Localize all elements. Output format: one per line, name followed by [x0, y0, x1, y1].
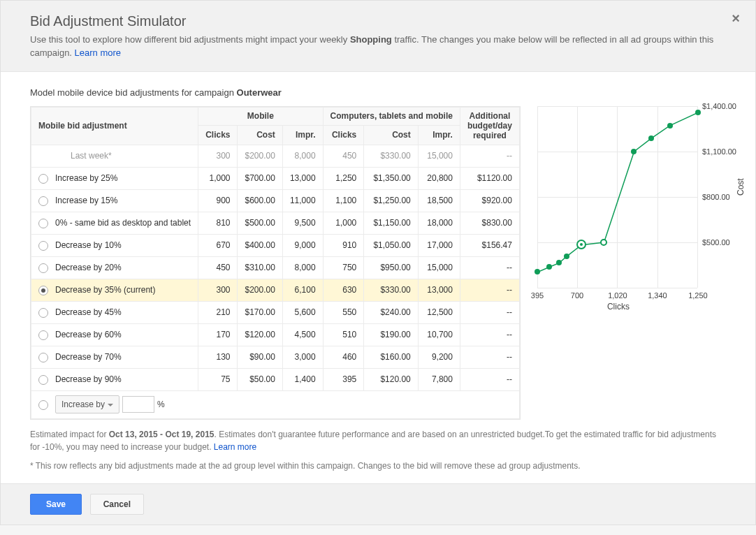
col-group-mobile: Mobile [198, 107, 323, 125]
dialog-actions: Save Cancel [1, 483, 755, 525]
radio-option[interactable] [38, 375, 48, 385]
radio-option[interactable] [38, 219, 48, 228]
x-tick: 1,340 [648, 291, 667, 300]
cell-m-clicks: 210 [198, 301, 238, 323]
radio-option[interactable] [38, 400, 48, 410]
table-row[interactable]: Last week*300$200.008,000450$330.0015,00… [31, 145, 520, 167]
cell-m-impr: 8,000 [282, 145, 323, 167]
chart-plot-area [537, 106, 698, 288]
chart-point[interactable] [667, 123, 673, 129]
dropdown-label: Increase by [61, 400, 105, 409]
footnote-lastweek: * This row reflects any bid adjustments … [30, 460, 726, 473]
percent-label: % [157, 400, 165, 409]
table-row[interactable]: Decrease by 90%75$50.001,400395$120.007,… [31, 368, 520, 390]
cell-m-impr: 8,000 [282, 256, 323, 279]
chart-point[interactable] [556, 260, 562, 265]
table-row[interactable]: Increase by 15%900$600.0011,0001,100$1,2… [31, 189, 520, 212]
chart-point[interactable] [564, 254, 569, 259]
chart-point[interactable] [576, 240, 586, 249]
y-tick: $1,100.00 [702, 147, 736, 156]
cell-m-cost: $200.00 [238, 145, 282, 167]
col-a-impr: Impr. [418, 125, 460, 145]
table-row[interactable]: Decrease by 70%130$90.003,000460$160.009… [31, 346, 520, 368]
chart-point[interactable] [648, 135, 654, 141]
cell-a-clicks: 1,100 [323, 189, 364, 212]
radio-option[interactable] [38, 353, 48, 362]
table-row[interactable]: Decrease by 10%670$400.009,000910$1,050.… [31, 234, 520, 256]
custom-direction-dropdown[interactable]: Increase by [55, 395, 119, 413]
cell-a-cost: $1,250.00 [364, 189, 419, 212]
cell-a-impr: 18,500 [418, 189, 460, 212]
table-row[interactable]: Increase by 25%1,000$700.0013,0001,250$1… [31, 167, 520, 189]
row-label: Increase by 25% [55, 167, 198, 189]
table-row[interactable]: Decrease by 45%210$170.005,600550$240.00… [31, 301, 520, 323]
cell-a-impr: 18,000 [418, 212, 460, 234]
cell-a-clicks: 460 [323, 346, 364, 368]
cell-a-clicks: 910 [323, 234, 364, 256]
cell-m-impr: 6,100 [282, 279, 323, 301]
cell-m-clicks: 300 [198, 279, 238, 301]
radio-option[interactable] [38, 241, 48, 251]
chart-point[interactable] [600, 239, 607, 246]
cell-m-cost: $200.00 [238, 279, 282, 301]
cell-a-clicks: 395 [323, 368, 364, 390]
close-icon[interactable]: × [732, 10, 740, 27]
cell-a-cost: $190.00 [364, 323, 419, 346]
cancel-button[interactable]: Cancel [90, 494, 144, 515]
cell-m-clicks: 300 [198, 145, 238, 167]
cell-a-impr: 12,500 [418, 301, 460, 323]
x-tick: 395 [531, 291, 544, 300]
table-row[interactable]: Decrease by 20%450$310.008,000750$950.00… [31, 256, 520, 279]
cell-m-impr: 9,500 [282, 212, 323, 234]
radio-option[interactable] [38, 286, 48, 295]
cell-a-clicks: 630 [323, 279, 364, 301]
subheading: Model mobile device bid adjustments for … [30, 87, 726, 98]
radio-option[interactable] [38, 308, 48, 318]
cell-m-cost: $400.00 [238, 234, 282, 256]
radio-option[interactable] [38, 330, 48, 340]
row-label: Decrease by 60% [55, 323, 198, 346]
x-tick: 700 [571, 291, 583, 300]
bid-simulator-dialog: × Bid Adjustment Simulator Use this tool… [0, 0, 756, 525]
cell-m-impr: 1,400 [282, 368, 323, 390]
chart-point[interactable] [546, 264, 552, 270]
save-button[interactable]: Save [30, 494, 82, 515]
cell-m-impr: 9,000 [282, 234, 323, 256]
y-tick: $1,400.00 [702, 102, 736, 110]
cell-budget: $1120.00 [460, 167, 519, 189]
learn-more-link[interactable]: Learn more [75, 47, 121, 58]
cell-a-impr: 9,200 [418, 346, 460, 368]
radio-option[interactable] [38, 196, 48, 206]
cell-m-cost: $600.00 [238, 189, 282, 212]
chart-point[interactable] [631, 149, 637, 154]
learn-more-link[interactable]: Learn more [214, 442, 256, 452]
cell-m-clicks: 810 [198, 212, 238, 234]
y-axis-label: Cost [736, 178, 746, 196]
cell-a-clicks: 510 [323, 323, 364, 346]
cell-a-impr: 7,800 [418, 368, 460, 390]
cell-m-impr: 11,000 [282, 189, 323, 212]
custom-percent-input[interactable] [122, 396, 154, 413]
cell-a-impr: 10,700 [418, 323, 460, 346]
cell-a-impr: 17,000 [418, 234, 460, 256]
chart-point[interactable] [695, 110, 701, 115]
table-row[interactable]: 0% - same bid as desktop and tablet810$5… [31, 212, 520, 234]
radio-option[interactable] [38, 263, 48, 273]
cell-m-cost: $50.00 [238, 368, 282, 390]
row-label: 0% - same bid as desktop and tablet [55, 212, 198, 234]
row-label: Decrease by 70% [55, 346, 198, 368]
cell-m-cost: $170.00 [238, 301, 282, 323]
dialog-header: Bid Adjustment Simulator Use this tool t… [1, 1, 755, 72]
row-label: Decrease by 45% [55, 301, 198, 323]
cell-a-impr: 20,800 [418, 167, 460, 189]
x-tick: 1,020 [608, 291, 627, 300]
cell-budget: -- [460, 323, 519, 346]
cell-m-cost: $90.00 [238, 346, 282, 368]
table-row[interactable]: Decrease by 60%170$120.004,500510$190.00… [31, 323, 520, 346]
chart-point[interactable] [535, 269, 540, 274]
radio-option[interactable] [38, 174, 48, 184]
row-label: Decrease by 90% [55, 368, 198, 390]
table-row[interactable]: Decrease by 35% (current)300$200.006,100… [31, 279, 520, 301]
cell-a-cost: $120.00 [364, 368, 419, 390]
cell-budget: -- [460, 301, 519, 323]
